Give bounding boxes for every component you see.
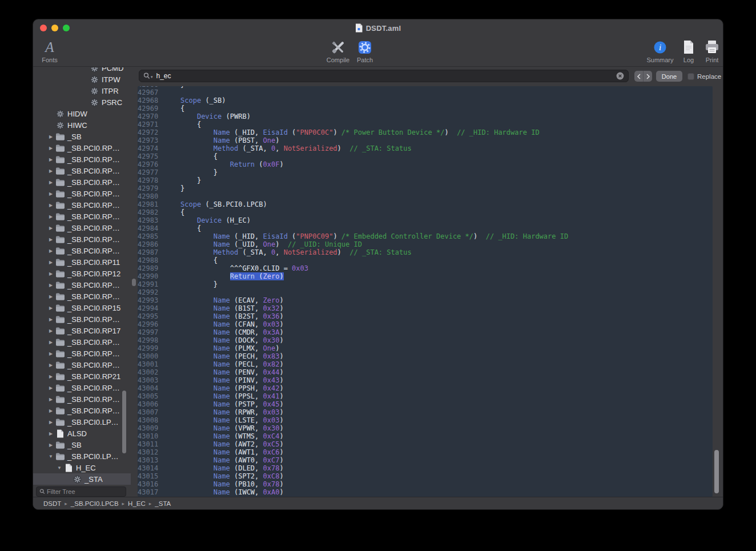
search-field[interactable]: ▾: [139, 70, 629, 82]
filter-input[interactable]: [47, 488, 123, 495]
chevron-right-icon[interactable]: ▶: [46, 351, 55, 356]
tree-item-_sb[interactable]: ▶_SB: [33, 439, 131, 451]
tree-item-_sb-pci0-rp[interactable]: ▶_SB.PCI0.RP…: [33, 313, 131, 325]
code-line: 42969 {: [138, 104, 713, 112]
chevron-right-icon[interactable]: ▶: [46, 191, 55, 196]
tree-item-_sb-pci0-rp[interactable]: ▶_SB.PCI0.RP…: [33, 393, 131, 405]
filter-field[interactable]: [36, 486, 126, 497]
tree-item-label: H_EC: [76, 464, 96, 472]
breadcrumb-item[interactable]: DSDT: [43, 500, 61, 507]
code-text: Name (AWT1, 0xC6): [164, 448, 284, 456]
tree-item-_sb-pci0-rp[interactable]: ▶_SB.PCI0.RP…: [33, 188, 131, 199]
tree-item-itpr[interactable]: ITPR: [33, 85, 131, 96]
chevron-right-icon[interactable]: ▶: [46, 271, 55, 276]
tree-item-_sb-pci0-rp[interactable]: ▶_SB.PCI0.RP…: [33, 176, 131, 188]
tree-item-_sb-pci0-rp[interactable]: ▶_SB.PCI0.RP…: [33, 154, 131, 165]
code-editor[interactable]: 42966 }4296742968 Scope (_SB)42969 {4297…: [138, 86, 713, 497]
pane-divider-handle[interactable]: [132, 279, 136, 286]
summary-button[interactable]: i Summary: [643, 38, 677, 63]
chevron-right-icon[interactable]: ▶: [46, 214, 55, 219]
tree-item-_sb-pci0-rp[interactable]: ▶_SB.PCI0.RP…: [33, 348, 131, 359]
tree-item-_sb-pci0-rp21[interactable]: ▶_SB.PCI0.RP21: [33, 371, 131, 382]
fonts-button[interactable]: A Fonts: [37, 38, 63, 63]
code-line: 43004 Name (PPSH, 0x42): [138, 384, 713, 392]
tree-item-_sb-pci0-rp15[interactable]: ▶_SB.PCI0.RP15: [33, 302, 131, 313]
tree-item-_sb-pci0-lp[interactable]: ▼_SB.PCI0.LP…: [33, 451, 131, 462]
tree-item-_sb-pci0-rp[interactable]: ▶_SB.PCI0.RP…: [33, 142, 131, 154]
breadcrumb-item[interactable]: H_EC: [128, 500, 146, 507]
chevron-right-icon[interactable]: ▶: [46, 157, 55, 162]
tree-item-psrc[interactable]: PSRC: [33, 96, 131, 108]
line-number: 42967: [138, 89, 164, 96]
done-button[interactable]: Done: [656, 71, 682, 82]
chevron-right-icon[interactable]: ▶: [46, 443, 55, 448]
chevron-right-icon[interactable]: ▶: [46, 248, 55, 254]
replace-toggle[interactable]: Replace: [687, 71, 721, 82]
chevron-right-icon[interactable]: ▶: [46, 134, 55, 139]
tree-item-_sb-pci0-rp[interactable]: ▶_SB.PCI0.RP…: [33, 291, 131, 302]
tree-item-_sb-pci0-rp[interactable]: ▶_SB.PCI0.RP…: [33, 279, 131, 291]
tree-item-_sb-pci0-rp12[interactable]: ▶_SB.PCI0.RP12: [33, 268, 131, 279]
code-text: Name (DOCK, 0x30): [164, 336, 284, 344]
tree-item-_sb-pci0-rp[interactable]: ▶_SB.PCI0.RP…: [33, 359, 131, 371]
tree-item-hiwc[interactable]: HIWC: [33, 119, 131, 131]
chevron-right-icon[interactable]: ▶: [46, 431, 55, 436]
tree-item-_sb-pci0-rp[interactable]: ▶_SB.PCI0.RP…: [33, 245, 131, 256]
find-previous-button[interactable]: [634, 71, 643, 82]
chevron-right-icon[interactable]: ▶: [46, 146, 55, 151]
chevron-right-icon[interactable]: ▶: [46, 283, 55, 288]
chevron-right-icon[interactable]: ▶: [46, 397, 55, 402]
tree-item-_sb-pci0-rp17[interactable]: ▶_SB.PCI0.RP17: [33, 325, 131, 336]
tree-item-_sb-pci0-rp[interactable]: ▶_SB.PCI0.RP…: [33, 336, 131, 348]
chevron-right-icon[interactable]: ▶: [46, 317, 55, 322]
tree-item-_sb-pci0-lp[interactable]: ▶_SB.PCI0.LP…: [33, 416, 131, 428]
tree-item-_sb-pci0-rp[interactable]: ▶_SB.PCI0.RP…: [33, 405, 131, 416]
tree-item-_sb-pci0-rp[interactable]: ▶_SB.PCI0.RP…: [33, 222, 131, 234]
print-button[interactable]: Print: [700, 38, 723, 63]
titlebar[interactable]: DSDT.aml: [33, 19, 723, 37]
log-button[interactable]: Log: [678, 38, 699, 63]
chevron-right-icon[interactable]: ▶: [46, 420, 55, 425]
chevron-right-icon[interactable]: ▶: [46, 340, 55, 345]
tree-item-_sb-pci0-rp[interactable]: ▶_SB.PCI0.RP…: [33, 211, 131, 222]
line-number: 42993: [138, 296, 164, 304]
tree-item-_sb-pci0-rp[interactable]: ▶_SB.PCI0.RP…: [33, 199, 131, 211]
chevron-right-icon[interactable]: ▶: [46, 305, 55, 311]
chevron-right-icon[interactable]: ▶: [46, 294, 55, 299]
chevron-right-icon[interactable]: ▶: [46, 180, 55, 185]
line-number: 43014: [138, 464, 164, 472]
chevron-down-icon[interactable]: ▼: [55, 465, 64, 470]
tree-item-_sb[interactable]: ▶_SB: [33, 131, 131, 142]
patch-button[interactable]: Patch: [349, 38, 381, 63]
tree-item-_sb-pci0-rp[interactable]: ▶_SB.PCI0.RP…: [33, 234, 131, 245]
chevron-right-icon[interactable]: ▶: [46, 408, 55, 413]
tree-item-hidw[interactable]: HIDW: [33, 108, 131, 119]
find-next-button[interactable]: [643, 71, 652, 82]
tree-item-pcmd[interactable]: PCMD: [33, 67, 131, 74]
breadcrumb-item[interactable]: _STA: [155, 500, 171, 507]
tree-item-itpw[interactable]: ITPW: [33, 74, 131, 85]
search-input[interactable]: [153, 72, 616, 80]
chevron-right-icon[interactable]: ▶: [46, 226, 55, 231]
tree-item-_sb-pci0-rp[interactable]: ▶_SB.PCI0.RP…: [33, 382, 131, 393]
chevron-right-icon[interactable]: ▶: [46, 363, 55, 368]
chevron-right-icon[interactable]: ▶: [46, 260, 55, 265]
clear-search-icon[interactable]: [616, 72, 624, 80]
breadcrumb-item[interactable]: _SB.PCI0.LPCB: [71, 500, 119, 507]
replace-checkbox[interactable]: [687, 73, 694, 80]
tree-item-_sta[interactable]: _STA: [33, 473, 131, 485]
chevron-right-icon[interactable]: ▶: [46, 203, 55, 208]
tree-item-_sb-pci0-rp11[interactable]: ▶_SB.PCI0.RP11: [33, 256, 131, 268]
sidebar-scrollbar-thumb[interactable]: [122, 391, 126, 453]
chevron-right-icon[interactable]: ▶: [46, 237, 55, 242]
tree-item-_sb-pci0-rp[interactable]: ▶_SB.PCI0.RP…: [33, 165, 131, 176]
chevron-down-icon[interactable]: ▼: [46, 454, 55, 459]
tree-item-h_ec[interactable]: ▼H_EC: [33, 462, 131, 473]
tree-item-alsd[interactable]: ▶ALSD: [33, 428, 131, 439]
chevron-right-icon[interactable]: ▶: [46, 385, 55, 391]
chevron-right-icon[interactable]: ▶: [46, 168, 55, 174]
chevron-right-icon[interactable]: ▶: [46, 328, 55, 333]
chevron-right-icon[interactable]: ▶: [46, 374, 55, 379]
editor-scrollbar-thumb[interactable]: [714, 450, 719, 493]
replace-label: Replace: [697, 73, 721, 80]
